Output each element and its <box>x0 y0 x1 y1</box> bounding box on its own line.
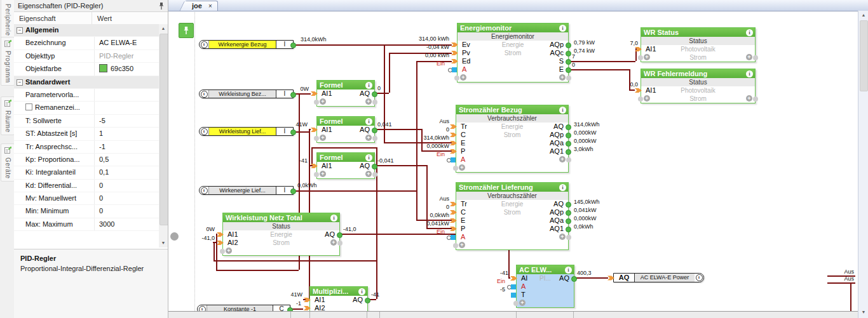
add-port-button[interactable]: + <box>459 242 465 248</box>
add-port-button[interactable]: + <box>459 164 465 171</box>
block-stromzaehler-bezug[interactable]: Stromzähler BezugiVerbrauchszählerTrEner… <box>456 105 569 173</box>
property-row[interactable]: ST: Abtastzeit [s]1 <box>14 128 159 140</box>
block-header[interactable]: Formeli <box>317 81 374 89</box>
analog-input-port[interactable] <box>451 58 458 64</box>
block-formel-1[interactable]: FormeliAI1AQ++ <box>316 80 375 107</box>
property-row[interactable]: Objektfarbe69c350 <box>14 63 159 76</box>
property-value[interactable] <box>94 76 159 88</box>
digital-input-port[interactable] <box>511 284 516 289</box>
sidebar-tab-peripherie[interactable]: Peripherie <box>1 0 15 39</box>
analog-input-port[interactable] <box>311 127 318 133</box>
property-value[interactable]: 0 <box>94 205 159 217</box>
scrollbar-thumb[interactable] <box>159 34 168 225</box>
scroll-down-button[interactable]: ▼ <box>159 239 168 248</box>
canvas-pin-button[interactable] <box>179 23 194 38</box>
splitter-knob[interactable] <box>170 232 179 241</box>
panel-divider[interactable] <box>168 0 168 318</box>
analog-output-port[interactable] <box>566 218 571 224</box>
info-icon[interactable]: i <box>201 128 208 135</box>
property-value[interactable] <box>94 102 159 114</box>
scroll-up-button[interactable]: ▲ <box>159 24 168 33</box>
property-value[interactable]: 1 <box>94 128 159 140</box>
info-icon[interactable]: i <box>559 25 566 32</box>
analog-output-port[interactable] <box>566 59 571 65</box>
property-row[interactable]: T: Sollwerte-5 <box>14 115 159 128</box>
output-port[interactable] <box>290 43 296 48</box>
add-port-button[interactable]: + <box>320 135 326 141</box>
property-group-row[interactable]: −Standardwert <box>14 76 159 89</box>
property-row[interactable]: Min: Minimum0 <box>14 205 159 218</box>
info-icon[interactable]: i <box>696 274 703 281</box>
block-wirkleistung-netz-total[interactable]: Wirkleistung Netz TotaliStatusAI1Energie… <box>222 213 340 256</box>
block-header[interactable]: Stromzähler Lieferungi <box>456 183 568 192</box>
add-port-button[interactable]: + <box>365 171 372 177</box>
block-header[interactable]: Stromzähler Bezugi <box>456 105 568 114</box>
block-header[interactable]: Wirkleistung Netz Totali <box>223 213 339 222</box>
sidebar-tab-geräte[interactable]: Geräte <box>1 143 15 182</box>
add-port-button[interactable]: + <box>365 98 372 105</box>
property-row[interactable]: Ki: Integralanteil0,1 <box>14 166 159 179</box>
digital-input-port[interactable] <box>511 293 516 298</box>
analog-output-port[interactable] <box>372 128 377 133</box>
analog-input-port[interactable] <box>304 305 311 311</box>
property-value[interactable]: 3000 <box>94 218 159 230</box>
property-value[interactable]: AC ELWA-E <box>94 37 159 49</box>
property-value[interactable]: PID-Regler <box>94 50 159 62</box>
info-icon[interactable]: i <box>365 118 372 125</box>
property-row[interactable]: Remanenzei... <box>14 102 159 114</box>
info-icon[interactable]: i <box>201 187 208 194</box>
property-value[interactable]: 69c350 <box>94 63 159 75</box>
add-port-button[interactable]: + <box>226 248 232 254</box>
analog-input-port[interactable] <box>450 140 457 146</box>
canvas-vertical-scrollbar[interactable]: ▲ ▼ <box>858 11 868 318</box>
analog-output-port[interactable] <box>365 298 370 303</box>
property-row[interactable]: Parametervorla... <box>14 89 159 102</box>
info-icon[interactable]: i <box>201 41 208 48</box>
block-header[interactable]: Formeli <box>317 153 374 162</box>
digital-input-port[interactable] <box>451 157 456 162</box>
info-icon[interactable]: i <box>559 184 566 191</box>
output-port[interactable] <box>290 92 296 98</box>
output-port[interactable] <box>290 129 296 135</box>
block-wr-status[interactable]: WR StatusiStatusAI1Photovoltaik++Strom <box>641 27 756 62</box>
analog-output-port[interactable] <box>566 67 571 73</box>
input-flag-wirkleistung-lieferung[interactable]: iWirkleistung Lief...I <box>199 127 294 136</box>
output-flag-ac-elwa-power[interactable]: AQAC ELWA-E Poweri <box>613 273 704 282</box>
scroll-up-button[interactable]: ▲ <box>858 11 868 20</box>
add-port-button[interactable]: + <box>559 74 566 81</box>
property-row[interactable]: Max: Maximum3000 <box>14 218 159 231</box>
add-port-button[interactable]: + <box>460 74 466 81</box>
info-icon[interactable]: i <box>358 288 365 295</box>
analog-output-port[interactable] <box>372 164 377 169</box>
analog-output-port[interactable] <box>566 227 571 232</box>
info-icon[interactable]: i <box>201 91 208 98</box>
input-flag-wirkenergie-lieferung[interactable]: iWirkenergie Lief...I <box>199 186 294 195</box>
sidebar-tab-programm[interactable]: Programm <box>1 37 15 86</box>
property-row[interactable]: Kd: Differential...0 <box>14 180 159 192</box>
collapse-icon[interactable]: − <box>17 27 23 34</box>
property-value[interactable]: 0 <box>94 192 159 204</box>
block-header[interactable]: Energiemonitori <box>458 23 568 32</box>
property-value[interactable]: 0 <box>94 180 159 192</box>
property-value[interactable] <box>94 89 159 101</box>
info-icon[interactable]: i <box>565 267 572 274</box>
sidebar-tab-räume[interactable]: Räume <box>1 96 15 135</box>
block-energiemonitor[interactable]: EnergiemonitoriEnergiemonitorEvEnergieAQ… <box>457 23 569 83</box>
properties-scrollbar[interactable]: ▲ ▼ <box>159 24 168 248</box>
block-multiplizierer[interactable]: Multiplizi...iAI1AQAI2 <box>309 286 368 313</box>
property-value[interactable] <box>94 24 159 36</box>
info-icon[interactable]: i <box>559 107 566 114</box>
analog-input-port[interactable] <box>450 218 457 223</box>
block-header[interactable]: Formeli <box>317 117 374 126</box>
add-port-button[interactable]: + <box>365 135 372 141</box>
digital-input-port[interactable] <box>451 235 456 240</box>
analog-output-port[interactable] <box>566 141 571 147</box>
collapse-icon[interactable]: − <box>17 79 23 86</box>
block-ac-elwa[interactable]: AC ELW...iAIPI...AQAT+ <box>516 265 574 308</box>
analog-input-port[interactable] <box>304 297 311 303</box>
property-group-row[interactable]: −Allgemein <box>14 24 159 37</box>
add-port-button[interactable]: + <box>320 98 326 105</box>
info-icon[interactable]: i <box>365 82 372 89</box>
block-wr-fehlermeldung[interactable]: WR FehlermeldungiStatusAI1Photovoltaik++… <box>641 69 756 103</box>
color-swatch[interactable] <box>99 64 107 72</box>
